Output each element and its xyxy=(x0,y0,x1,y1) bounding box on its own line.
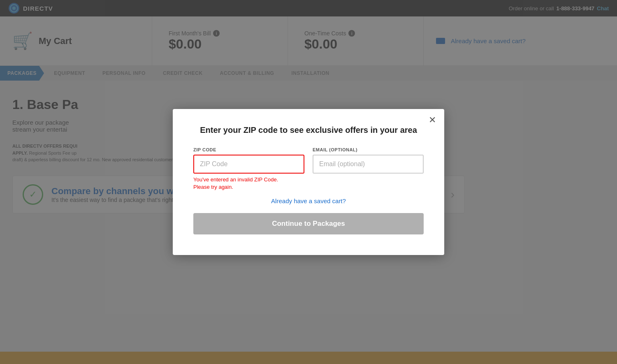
continue-button[interactable]: Continue to Packages xyxy=(193,213,424,221)
modal-title: Enter your ZIP code to see exclusive off… xyxy=(193,125,424,135)
zip-label: ZIP CODE xyxy=(193,147,304,152)
modal-close-button[interactable]: ✕ xyxy=(429,116,436,125)
modal-fields: ZIP CODE You've entered an invalid ZIP C… xyxy=(193,147,424,191)
modal-overlay: ✕ Enter your ZIP code to see exclusive o… xyxy=(0,0,617,222)
zip-modal: ✕ Enter your ZIP code to see exclusive o… xyxy=(173,109,444,222)
email-field-group: EMAIL (OPTIONAL) xyxy=(313,147,424,191)
zip-field-group: ZIP CODE You've entered an invalid ZIP C… xyxy=(193,147,304,191)
modal-saved-cart-section: Already have a saved cart? xyxy=(193,197,424,205)
email-label: EMAIL (OPTIONAL) xyxy=(313,147,424,152)
modal-saved-cart-link[interactable]: Already have a saved cart? xyxy=(271,197,346,204)
zip-input[interactable] xyxy=(193,155,304,174)
email-input[interactable] xyxy=(313,155,424,174)
zip-error: You've entered an invalid ZIP Code. Plea… xyxy=(193,176,304,191)
